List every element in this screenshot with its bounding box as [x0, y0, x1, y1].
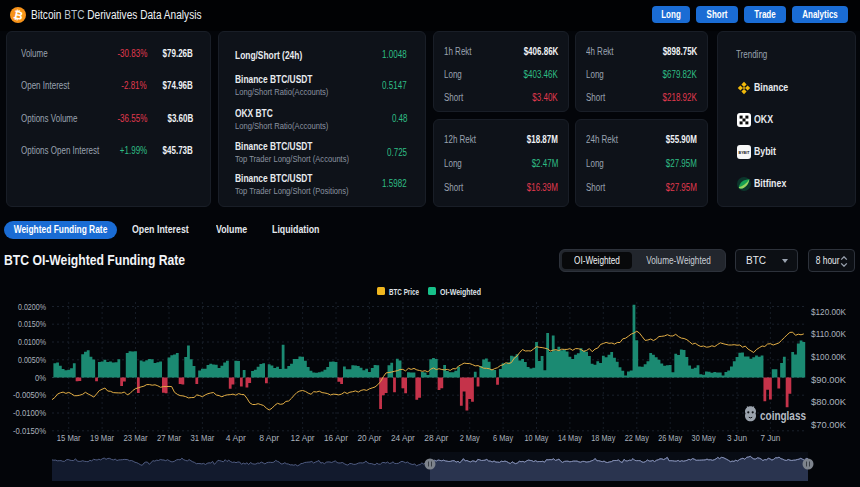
svg-text:19 Mar: 19 Mar: [90, 433, 114, 443]
svg-text:BYBIT: BYBIT: [739, 151, 751, 155]
svg-text:12 Apr: 12 Apr: [291, 433, 315, 443]
svg-text:22 May: 22 May: [625, 433, 649, 443]
svg-text:$100.00K: $100.00K: [811, 352, 846, 362]
svg-text:4 Apr: 4 Apr: [226, 433, 246, 443]
svg-text:26 May: 26 May: [658, 433, 682, 443]
svg-text:0.0200%: 0.0200%: [18, 302, 46, 312]
svg-text:8 Apr: 8 Apr: [259, 433, 279, 443]
svg-text:20 Apr: 20 Apr: [357, 433, 381, 443]
svg-text:-0.0100%: -0.0100%: [13, 408, 46, 418]
svg-text:0%: 0%: [35, 373, 46, 383]
svg-text:-0.0050%: -0.0050%: [13, 390, 46, 400]
svg-text:$90.00K: $90.00K: [811, 375, 846, 385]
svg-text:3 Jun: 3 Jun: [727, 433, 747, 443]
svg-text:2 May: 2 May: [460, 433, 480, 443]
svg-text:0.0100%: 0.0100%: [18, 337, 46, 347]
svg-text:6 May: 6 May: [493, 433, 513, 443]
svg-text:-0.0150%: -0.0150%: [13, 426, 46, 436]
svg-text:14 May: 14 May: [558, 433, 582, 443]
svg-text:28 Apr: 28 Apr: [424, 433, 448, 443]
svg-text:0.0150%: 0.0150%: [18, 319, 46, 329]
svg-text:coinglass: coinglass: [760, 408, 806, 423]
svg-text:BTC Price: BTC Price: [389, 287, 419, 297]
svg-text:15 Mar: 15 Mar: [57, 433, 81, 443]
svg-text:$80.00K: $80.00K: [811, 397, 846, 407]
svg-text:$120.00K: $120.00K: [811, 307, 846, 317]
svg-text:7 Jun: 7 Jun: [760, 433, 780, 443]
svg-text:24 Apr: 24 Apr: [391, 433, 415, 443]
svg-text:23 Mar: 23 Mar: [124, 433, 148, 443]
svg-text:31 Mar: 31 Mar: [190, 433, 214, 443]
svg-text:$70.00K: $70.00K: [811, 420, 846, 430]
svg-text:18 May: 18 May: [591, 433, 615, 443]
svg-text:0.0050%: 0.0050%: [18, 355, 46, 365]
svg-text:16 Apr: 16 Apr: [324, 433, 348, 443]
svg-text:10 May: 10 May: [525, 433, 549, 443]
svg-text:OI-Weighted: OI-Weighted: [440, 287, 481, 297]
svg-text:$110.00K: $110.00K: [811, 329, 846, 339]
svg-text:27 Mar: 27 Mar: [157, 433, 181, 443]
svg-text:30 May: 30 May: [692, 433, 716, 443]
